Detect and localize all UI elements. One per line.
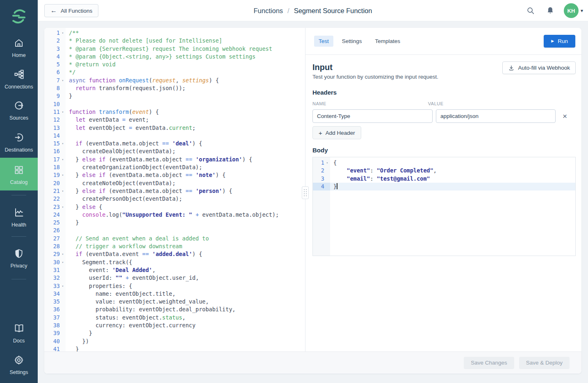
topbar: ← All Functions Functions / Segment Sour… bbox=[38, 0, 588, 21]
gear-icon bbox=[14, 355, 24, 365]
back-button-label: All Functions bbox=[61, 8, 92, 14]
fold-spacer bbox=[60, 124, 66, 132]
save-deploy-button[interactable]: Save & Deploy bbox=[519, 357, 570, 369]
code-editor[interactable]: 1▾/**2* Please do not delete [used for I… bbox=[44, 28, 305, 374]
input-section-subtitle: Test your function by customizing the in… bbox=[312, 74, 438, 80]
fold-spacer bbox=[60, 84, 66, 92]
notifications-button[interactable] bbox=[543, 4, 557, 18]
autofill-webhook-button[interactable]: Auto-fill via Webhook bbox=[502, 61, 576, 74]
chevron-down-icon[interactable]: ▾ bbox=[581, 8, 583, 14]
search-button[interactable] bbox=[524, 4, 538, 18]
fold-spacer bbox=[60, 92, 66, 100]
code-line: 6*/ bbox=[44, 68, 305, 76]
plus-icon: + bbox=[319, 130, 322, 136]
fold-spacer bbox=[60, 61, 66, 68]
sidebar-item-destinations[interactable]: Destinations bbox=[0, 132, 38, 153]
code-line: 19▾ } else if (eventData.meta.object == … bbox=[44, 171, 305, 179]
header-name-input[interactable] bbox=[312, 109, 433, 123]
fold-spacer bbox=[60, 227, 66, 234]
sidebar-item-catalog[interactable]: Catalog bbox=[0, 158, 38, 190]
pane-divider bbox=[305, 28, 305, 374]
header-value-input[interactable] bbox=[436, 109, 556, 123]
home-icon bbox=[14, 38, 24, 48]
body-editor[interactable]: 1▾{2 "event": "Order Completed",3 "email… bbox=[312, 157, 576, 256]
fold-arrow-icon[interactable]: ▾ bbox=[60, 108, 66, 116]
fold-spacer bbox=[60, 274, 66, 282]
code-line: 36 probability: eventObject.deal_probabi… bbox=[44, 306, 305, 313]
fold-spacer bbox=[60, 195, 66, 203]
sidebar-item-health[interactable]: Health bbox=[0, 207, 38, 228]
fold-spacer bbox=[324, 183, 330, 190]
code-line: 3* @param {ServerRequest} request The in… bbox=[44, 45, 305, 53]
code-line: 21▾ } else if (eventData.meta.object == … bbox=[44, 187, 305, 195]
sidebar-item-label: Sources bbox=[0, 115, 38, 121]
code-line: 4* @param {Object.<string, any>} setting… bbox=[44, 53, 305, 61]
breadcrumb-current: Segment Source Function bbox=[294, 7, 372, 15]
breadcrumb-separator: / bbox=[287, 7, 289, 15]
code-line: 3 "email": "test@gmail.com" bbox=[313, 175, 575, 183]
download-icon bbox=[508, 65, 515, 71]
book-icon bbox=[14, 323, 25, 334]
fold-spacer bbox=[60, 211, 66, 219]
search-icon bbox=[526, 6, 535, 15]
fold-arrow-icon[interactable]: ▾ bbox=[60, 29, 66, 37]
remove-header-button[interactable]: × bbox=[563, 112, 567, 120]
sidebar-item-docs[interactable]: Docs bbox=[0, 323, 38, 344]
splitter-handle[interactable] bbox=[302, 186, 309, 199]
code-line: 37 status: eventObject.status, bbox=[44, 314, 305, 322]
code-line: 1▾{ bbox=[313, 159, 575, 167]
breadcrumb-parent[interactable]: Functions bbox=[254, 7, 283, 15]
fold-arrow-icon[interactable]: ▾ bbox=[60, 140, 66, 147]
sidebar-item-label: Destinations bbox=[0, 147, 38, 153]
sidebar: Home Connections Sources Destinations Ca… bbox=[0, 0, 38, 383]
panel-tabs: Test Settings Templates ▶ Run bbox=[305, 28, 581, 55]
code-line: 35 value: eventObject.weighted_value, bbox=[44, 298, 305, 306]
sidebar-item-connections[interactable]: Connections bbox=[0, 69, 38, 90]
fold-arrow-icon[interactable]: ▾ bbox=[324, 159, 330, 167]
headers-section-title: Headers bbox=[312, 89, 576, 96]
fold-spacer bbox=[324, 167, 330, 175]
code-line: 32 userId: "" + eventObject.user_id, bbox=[44, 274, 305, 282]
sidebar-item-sources[interactable]: Sources bbox=[0, 100, 38, 121]
avatar[interactable]: KH bbox=[564, 3, 579, 18]
fold-spacer bbox=[60, 147, 66, 155]
fold-spacer bbox=[60, 163, 66, 171]
tab-test[interactable]: Test bbox=[314, 36, 333, 47]
card-footer: Save Changes Save & Deploy bbox=[44, 351, 581, 374]
add-header-label: Add Header bbox=[326, 130, 355, 136]
all-functions-button[interactable]: ← All Functions bbox=[44, 4, 98, 17]
sidebar-item-home[interactable]: Home bbox=[0, 38, 38, 58]
fold-arrow-icon[interactable]: ▾ bbox=[60, 171, 66, 179]
fold-arrow-icon[interactable]: ▾ bbox=[60, 258, 66, 266]
destinations-icon bbox=[14, 132, 25, 143]
breadcrumb: Functions / Segment Source Function bbox=[254, 0, 372, 21]
function-editor-card: 1▾/**2* Please do not delete [used for I… bbox=[44, 28, 581, 374]
fold-arrow-icon[interactable]: ▾ bbox=[60, 156, 66, 163]
code-line: 15▾ if (eventData.meta.object == 'deal')… bbox=[44, 140, 305, 147]
grip-dots-icon bbox=[304, 189, 307, 197]
test-panel: Test Settings Templates ▶ Run Input Test… bbox=[305, 28, 581, 351]
tab-templates[interactable]: Templates bbox=[371, 36, 405, 47]
body-editor-lines: 1▾{2 "event": "Order Completed",3 "email… bbox=[313, 159, 575, 190]
tab-settings[interactable]: Settings bbox=[337, 36, 367, 47]
sidebar-item-label: Connections bbox=[0, 84, 38, 90]
fold-arrow-icon[interactable]: ▾ bbox=[60, 250, 66, 258]
code-line: 13 let eventObject = eventData.current; bbox=[44, 124, 305, 132]
add-header-button[interactable]: + Add Header bbox=[312, 126, 361, 139]
sidebar-item-settings[interactable]: Settings bbox=[0, 355, 38, 375]
save-changes-button[interactable]: Save Changes bbox=[464, 357, 514, 369]
run-button[interactable]: ▶ Run bbox=[544, 35, 575, 48]
fold-spacer bbox=[60, 298, 66, 306]
fold-arrow-icon[interactable]: ▾ bbox=[60, 203, 66, 211]
fold-arrow-icon[interactable]: ▾ bbox=[60, 187, 66, 195]
segment-logo-icon[interactable] bbox=[10, 7, 28, 25]
fold-arrow-icon[interactable]: ▾ bbox=[60, 282, 66, 290]
back-arrow-icon: ← bbox=[50, 7, 57, 14]
sidebar-item-privacy[interactable]: Privacy bbox=[0, 248, 38, 269]
code-line: 25 } bbox=[44, 219, 305, 227]
fold-spacer bbox=[60, 290, 66, 298]
sidebar-item-label: Privacy bbox=[0, 263, 38, 269]
fold-spacer bbox=[60, 322, 66, 329]
fold-arrow-icon[interactable]: ▾ bbox=[60, 77, 66, 84]
sidebar-item-label: Catalog bbox=[0, 179, 38, 185]
